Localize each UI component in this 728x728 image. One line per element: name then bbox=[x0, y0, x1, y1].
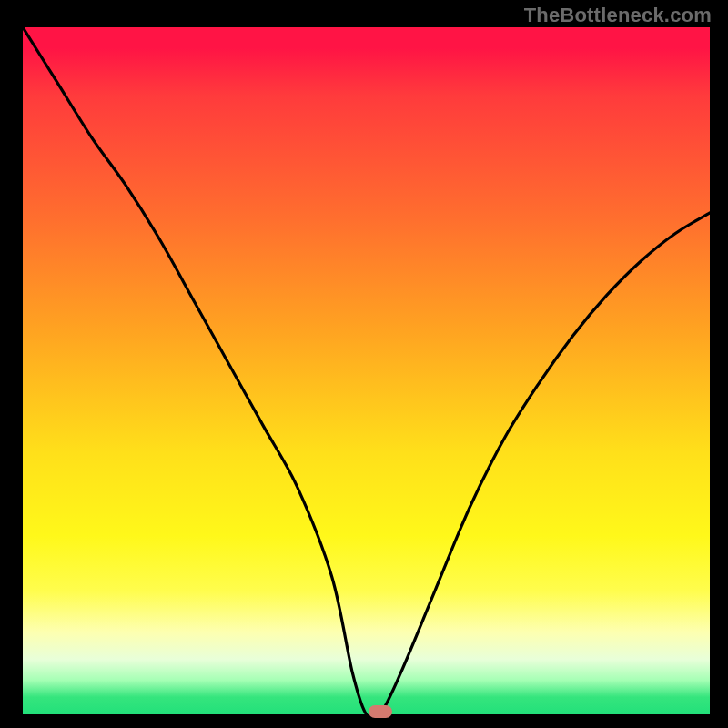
bottleneck-curve bbox=[23, 27, 710, 714]
chart-container: TheBottleneck.com bbox=[0, 0, 728, 728]
plot-area bbox=[23, 27, 710, 714]
optimal-point-marker bbox=[369, 705, 392, 718]
watermark-text: TheBottleneck.com bbox=[524, 4, 712, 27]
